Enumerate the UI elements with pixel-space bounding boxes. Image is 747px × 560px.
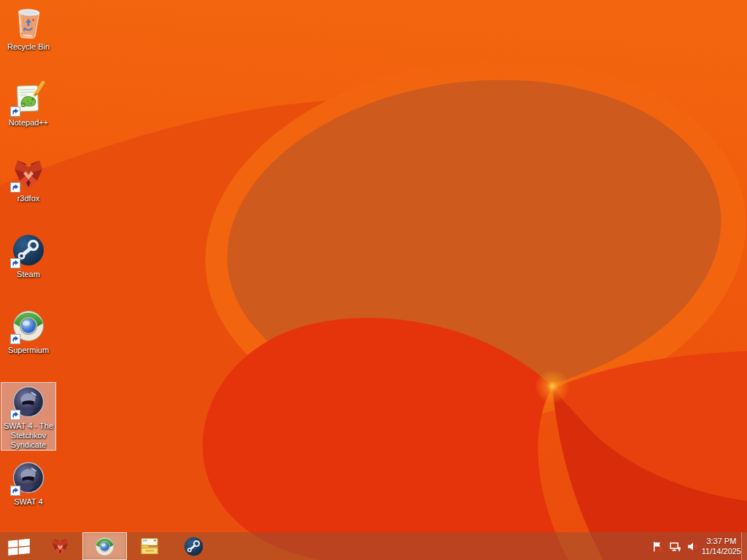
recycle-bin-icon (11, 5, 46, 40)
taskbar-item-file-explorer[interactable] (127, 532, 171, 560)
desktop-icon-r3dfox[interactable]: r3dfox (1, 155, 56, 204)
steam-icon (11, 233, 46, 268)
shortcut-arrow-icon (10, 258, 20, 268)
swat4-icon (11, 384, 46, 419)
shortcut-arrow-icon (10, 410, 20, 420)
desktop-icon-label: Recycle Bin (7, 42, 50, 52)
notepad-plus-plus-icon (11, 81, 46, 116)
desktop-icon-label: Supermium (8, 346, 49, 355)
volume-muted-icon[interactable] (684, 532, 702, 560)
taskbar: 3:37 PM 11/14/2025 (0, 532, 747, 560)
desktop-icon-recycle-bin[interactable]: Recycle Bin (1, 3, 56, 52)
desktop-icon-swat4-stetchkov[interactable]: SWAT 4 - The Stetchkov Syndicate (1, 382, 56, 451)
r3dfox-icon (11, 157, 46, 192)
desktop-icon-label: r3dfox (18, 194, 40, 203)
taskbar-empty-area (216, 532, 649, 560)
supermium-icon (11, 308, 46, 343)
taskbar-clock[interactable]: 3:37 PM 11/14/2025 (702, 536, 741, 556)
show-desktop-button[interactable] (741, 532, 747, 560)
windows-logo-icon (8, 537, 30, 556)
shortcut-arrow-icon (10, 106, 20, 117)
desktop: Recycle Bin (0, 0, 747, 560)
clock-date: 11/14/2025 (702, 546, 741, 556)
steam-icon (183, 536, 204, 557)
desktop-icon-label: SWAT 4 (14, 497, 43, 507)
desktop-icon-label: Notepad++ (9, 118, 48, 128)
desktop-icon-supermium[interactable]: Supermium (1, 306, 56, 356)
desktop-icon-swat4[interactable]: SWAT 4 (1, 458, 56, 508)
system-tray: 3:37 PM 11/14/2025 (649, 532, 747, 560)
network-icon[interactable] (667, 532, 684, 560)
swat4-icon (11, 460, 46, 495)
desktop-icon-steam[interactable]: Steam (1, 230, 56, 280)
start-button[interactable] (0, 532, 38, 560)
taskbar-item-steam[interactable] (171, 532, 216, 560)
file-explorer-icon (139, 536, 160, 556)
supermium-icon (94, 536, 115, 557)
shortcut-arrow-icon (10, 486, 20, 496)
desktop-icon-notepad-plus-plus[interactable]: Notepad++ (1, 79, 56, 128)
r3dfox-icon (50, 537, 70, 556)
shortcut-arrow-icon (10, 182, 20, 192)
wallpaper (0, 0, 747, 560)
action-center-flag-icon[interactable] (649, 532, 667, 560)
clock-time: 3:37 PM (706, 536, 736, 546)
taskbar-item-r3dfox[interactable] (38, 532, 82, 560)
shortcut-arrow-icon (10, 334, 20, 344)
desktop-icon-label: Steam (17, 270, 40, 279)
taskbar-item-supermium[interactable] (82, 532, 127, 560)
desktop-icon-label: SWAT 4 - The Stetchkov Syndicate (1, 421, 55, 450)
